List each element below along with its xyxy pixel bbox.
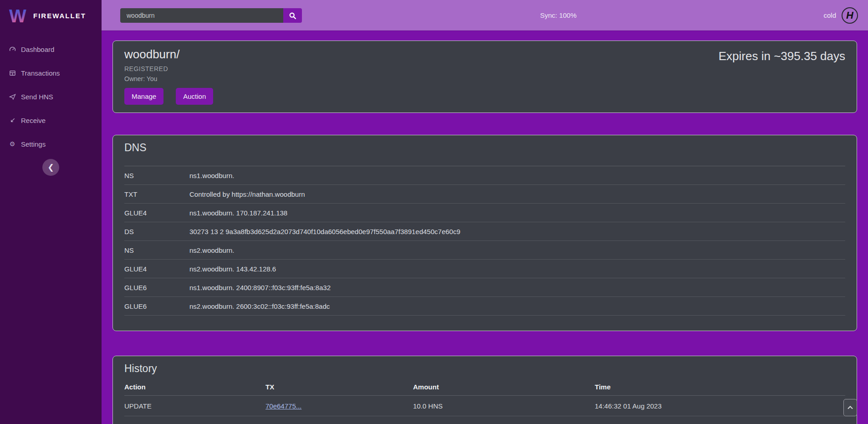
brand: W FIREWALLET (0, 0, 102, 26)
dns-record-type: GLUE6 (124, 302, 189, 310)
history-action: UPDATE (124, 402, 266, 410)
dns-record-row: DS 30273 13 2 9a3a8fb3d625d2a2073d740f10… (124, 222, 845, 241)
sidebar-collapse-button[interactable]: ❮ (42, 159, 59, 176)
tx-link[interactable]: 478c9e1... (266, 423, 297, 424)
search-icon (289, 12, 296, 20)
history-row: RENEW 478c9e1... 10.0 HNS 15:47:06 07 Fe… (124, 416, 845, 424)
sidebar-item-label: Receive (21, 117, 46, 124)
sidebar-item-transactions[interactable]: Transactions (0, 61, 102, 85)
history-card: History Action TX Amount Time UPDATE 70e… (112, 356, 857, 424)
sidebar-item-receive[interactable]: Receive (0, 108, 102, 132)
handshake-logo-icon[interactable]: H (842, 7, 858, 24)
dns-record-row: GLUE4 ns1.woodburn. 170.187.241.138 (124, 204, 845, 222)
dns-table: NS ns1.woodburn. TXT Controlled by https… (124, 166, 845, 316)
domain-status: REGISTERED (124, 65, 845, 72)
dns-record-value: ns1.woodburn. 2400:8907::f03c:93ff:fe5a:… (189, 284, 845, 291)
dns-record-type: GLUE6 (124, 284, 189, 291)
wallet-area: cold H (823, 0, 858, 31)
sidebar-item-label: Settings (21, 140, 46, 148)
brand-name: FIREWALLET (33, 12, 86, 20)
dns-record-value: ns1.woodburn. 170.187.241.138 (189, 209, 845, 217)
search-input[interactable] (120, 8, 283, 23)
table-icon (9, 69, 16, 77)
history-row: UPDATE 70e64775... 10.0 HNS 14:46:32 01 … (124, 396, 845, 416)
dns-record-row: NS ns2.woodburn. (124, 241, 845, 260)
chevron-left-icon: ❮ (47, 163, 54, 171)
dns-card: DNS NS ns1.woodburn. TXT Controlled by h… (112, 135, 857, 331)
scroll-to-top-button[interactable] (843, 399, 857, 416)
gear-icon: ⚙ (9, 140, 16, 148)
history-title: History (124, 363, 845, 375)
history-header-time: Time (595, 383, 845, 391)
send-icon (9, 93, 16, 100)
dns-record-value: 30273 13 2 9a3a8fb3d625d2a2073d740f10da6… (189, 228, 845, 235)
dns-record-value: ns2.woodburn. 143.42.128.6 (189, 265, 845, 273)
domain-actions: Manage Auction (124, 88, 845, 105)
dns-record-row: NS ns1.woodburn. (124, 166, 845, 185)
dns-record-row: GLUE6 ns1.woodburn. 2400:8907::f03c:93ff… (124, 278, 845, 297)
history-header-tx: TX (266, 383, 413, 391)
dns-record-type: GLUE4 (124, 209, 189, 217)
chevron-up-icon (848, 406, 853, 409)
manage-button[interactable]: Manage (124, 88, 163, 105)
history-header-row: Action TX Amount Time (124, 383, 845, 396)
history-header-amount: Amount (413, 383, 595, 391)
sidebar-item-send-hns[interactable]: Send HNS (0, 85, 102, 108)
auction-button[interactable]: Auction (176, 88, 213, 105)
dns-record-value: ns2.woodburn. 2600:3c02::f03c:93ff:fe5a:… (189, 302, 845, 310)
domain-card: woodburn/ REGISTERED Owner: You Manage A… (112, 41, 857, 113)
dns-record-row: TXT Controlled by https://nathan.woodbur… (124, 185, 845, 204)
domain-expiry: Expires in ~395.35 days (719, 49, 845, 63)
tx-link[interactable]: 70e64775... (266, 402, 301, 410)
sidebar: W FIREWALLET Dashboard Transactions (0, 0, 102, 424)
sidebar-item-label: Send HNS (21, 93, 53, 101)
history-time: 14:46:32 01 Aug 2023 (595, 402, 845, 410)
history-header-action: Action (124, 383, 266, 391)
history-amount: 10.0 HNS (413, 402, 595, 410)
dns-record-type: DS (124, 228, 189, 235)
sidebar-item-dashboard[interactable]: Dashboard (0, 37, 102, 61)
domain-owner: Owner: You (124, 75, 845, 82)
dns-record-value: ns1.woodburn. (189, 172, 845, 179)
dns-record-row: GLUE6 ns2.woodburn. 2600:3c02::f03c:93ff… (124, 297, 845, 316)
firewallet-logo-icon: W (8, 5, 27, 26)
gauge-icon (9, 46, 16, 53)
dns-record-value: ns2.woodburn. (189, 246, 845, 254)
history-amount: 10.0 HNS (413, 423, 595, 424)
dns-record-row: GLUE4 ns2.woodburn. 143.42.128.6 (124, 260, 845, 278)
history-action: RENEW (124, 423, 266, 424)
receive-arrow-icon (9, 117, 16, 124)
dns-record-type: NS (124, 172, 189, 179)
main-content: woodburn/ REGISTERED Owner: You Manage A… (102, 31, 868, 424)
search-box (120, 8, 302, 23)
dns-record-value: Controlled by https://nathan.woodburn (189, 190, 845, 198)
topbar: Sync: 100% cold H (102, 0, 868, 31)
sidebar-nav: Dashboard Transactions Send HNS (0, 37, 102, 156)
sync-status: Sync: 100% (540, 0, 577, 31)
dns-record-type: NS (124, 246, 189, 254)
search-button[interactable] (283, 8, 302, 23)
sidebar-item-label: Dashboard (21, 46, 54, 53)
sidebar-item-settings[interactable]: ⚙ Settings (0, 132, 102, 156)
dns-record-type: GLUE4 (124, 265, 189, 273)
svg-text:W: W (9, 6, 26, 26)
dns-record-type: TXT (124, 190, 189, 198)
wallet-name: cold (823, 11, 836, 19)
dns-title: DNS (124, 142, 845, 154)
sidebar-item-label: Transactions (21, 69, 60, 77)
history-time: 15:47:06 07 Feb 2023 (595, 423, 845, 424)
